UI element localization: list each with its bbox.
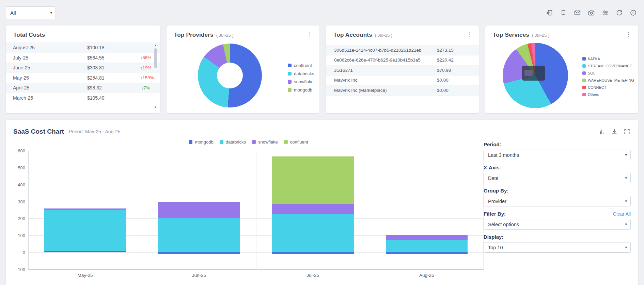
legend-swatch xyxy=(288,80,292,84)
plot-area[interactable]: -1000100200300400500600 xyxy=(28,151,484,269)
legend-item[interactable]: snowflake xyxy=(288,79,314,84)
x-axis-label: Jul-25 xyxy=(307,273,319,278)
display-select[interactable]: Top 10 ▾ xyxy=(484,242,631,253)
saas-chart-header: SaaS Cost Chart Period: May-25 - Aug-25 xyxy=(13,128,631,135)
export-icon[interactable] xyxy=(546,9,553,17)
legend-swatch xyxy=(252,140,256,144)
legend-label: databricks xyxy=(294,71,314,76)
bar-confluent[interactable] xyxy=(272,156,354,204)
bar-databricks[interactable] xyxy=(158,218,240,252)
help-icon[interactable]: ? xyxy=(629,9,637,17)
saas-chart-content: mongodbdatabrickssnowflakeconfluent -100… xyxy=(13,137,631,280)
legend-item[interactable]: STREAM_GOVERNANCE xyxy=(582,64,634,68)
bookmark-icon[interactable] xyxy=(560,9,567,17)
x-axis-label: Aug-25 xyxy=(419,273,434,278)
bar-snowflake[interactable] xyxy=(158,202,240,219)
y-tick-label: 500 xyxy=(10,165,25,170)
bar-databricks[interactable] xyxy=(272,214,354,252)
bar-snowflake[interactable] xyxy=(272,204,354,214)
gridline-vertical xyxy=(256,151,256,269)
table-row: June-25$303.81↑19% xyxy=(6,63,160,73)
bar-chart-icon[interactable] xyxy=(598,128,606,135)
bar-databricks[interactable] xyxy=(44,210,126,251)
total-costs-rows: August-25$100.18July-25$564.55↑86%June-2… xyxy=(6,43,160,103)
sliders-icon[interactable] xyxy=(601,9,609,17)
chevron-down-icon: ▾ xyxy=(625,176,627,180)
refresh-icon[interactable] xyxy=(615,9,623,17)
chevron-down-icon: ▾ xyxy=(625,199,627,203)
card-title: Top Accounts xyxy=(333,32,372,38)
row-value: $98.32 xyxy=(87,85,140,90)
table-row: 306d511e-1424-4c07-b7b5-d210261d21eb$273… xyxy=(326,45,479,55)
legend-label: confluent xyxy=(290,139,308,145)
legend-item[interactable]: KAFKA xyxy=(582,57,634,61)
bar-snowflake[interactable] xyxy=(44,208,126,211)
y-tick-label: 400 xyxy=(10,182,25,187)
period-select[interactable]: Last 3 months ▾ xyxy=(484,150,631,160)
services-pie-chart[interactable] xyxy=(503,43,568,108)
xaxis-label: X-Axis: xyxy=(484,165,501,170)
row-value: $564.55 xyxy=(87,55,140,61)
legend-label: CONNECT xyxy=(588,85,606,89)
scrollbar-track[interactable] xyxy=(154,48,157,105)
dashboard-page: All ▾ ? xyxy=(0,0,644,285)
y-tick-label: 600 xyxy=(10,148,25,153)
legend-item[interactable]: mongodb xyxy=(288,87,314,93)
legend-item[interactable]: mongodb xyxy=(189,139,213,145)
table-row: April-25$98.32↓7% xyxy=(6,83,160,93)
legend-item[interactable]: WAREHOUSE_METERING xyxy=(582,78,634,82)
row-account-name: 0e062c6e-626e-470f-b625-9e10b415b3a5 xyxy=(334,57,437,63)
bar-databricks[interactable] xyxy=(386,240,468,252)
filter-by-select[interactable]: Select options ▾ xyxy=(484,219,631,230)
legend-item[interactable]: confluent xyxy=(288,63,314,68)
legend-label: WAREHOUSE_METERING xyxy=(588,78,634,82)
providers-donut-chart[interactable] xyxy=(198,44,262,107)
row-change: ↑86% xyxy=(140,55,152,60)
kebab-menu-icon[interactable]: ⋮ xyxy=(305,32,315,37)
kebab-menu-icon[interactable]: ⋮ xyxy=(464,32,474,37)
saas-chart-legend: mongodbdatabrickssnowflakeconfluent xyxy=(13,139,484,145)
legend-swatch xyxy=(582,57,586,61)
bar-snowflake[interactable] xyxy=(386,235,468,240)
chevron-down-icon: ▾ xyxy=(625,245,627,250)
clear-all-link[interactable]: Clear All xyxy=(613,211,631,217)
legend-item[interactable]: databricks xyxy=(288,71,314,76)
legend-item[interactable]: CONNECT xyxy=(582,85,634,89)
scrollbar[interactable]: ▲ ▼ xyxy=(153,44,158,110)
scope-select[interactable]: All ▾ xyxy=(6,6,56,19)
legend-item[interactable]: databricks xyxy=(220,139,246,145)
y-tick-label: 200 xyxy=(10,216,25,221)
fullscreen-icon[interactable] xyxy=(623,128,631,135)
legend-swatch xyxy=(288,64,292,67)
table-row: August-25$100.18 xyxy=(6,43,160,53)
row-account-name: Mavvrik Inc (Marketplace) xyxy=(334,88,437,93)
bar-mongodb[interactable] xyxy=(158,252,240,254)
scroll-down-arrow-icon[interactable]: ▼ xyxy=(154,105,157,110)
legend-swatch xyxy=(220,140,223,144)
bar-mongodb[interactable] xyxy=(272,252,354,254)
period-label: Period: xyxy=(484,141,501,147)
row-month: July-25 xyxy=(13,55,87,61)
group-by-label: Group By: xyxy=(484,188,508,194)
legend-item[interactable]: Others xyxy=(582,93,634,97)
card-title: Top Services xyxy=(493,32,529,38)
xaxis-select[interactable]: Date ▾ xyxy=(484,173,631,183)
mail-icon[interactable] xyxy=(574,9,581,17)
bar-mongodb[interactable] xyxy=(44,251,126,252)
bar-mongodb[interactable] xyxy=(386,252,468,254)
legend-item[interactable]: SQL xyxy=(582,71,634,75)
scrollbar-thumb[interactable] xyxy=(154,48,157,68)
group-by-select[interactable]: Provider ▾ xyxy=(484,196,631,206)
kebab-menu-icon[interactable]: ⋮ xyxy=(624,32,633,37)
camera-icon[interactable] xyxy=(587,9,595,17)
legend-item[interactable]: snowflake xyxy=(252,139,278,145)
legend-swatch xyxy=(582,93,586,96)
scroll-up-arrow-icon[interactable]: ▲ xyxy=(154,44,157,48)
top-services-card: Top Services ( Jul-25 ) ⋮ KAFKASTREAM_GO… xyxy=(485,26,638,113)
table-row: July-25$564.55↑86% xyxy=(6,53,160,63)
download-icon[interactable] xyxy=(611,128,618,135)
saas-cost-chart-card: SaaS Cost Chart Period: May-25 - Aug-25 … xyxy=(6,120,638,285)
x-axis-label: May-25 xyxy=(78,273,93,278)
chart-period-subtitle: Period: May-25 - Aug-25 xyxy=(69,129,121,134)
legend-item[interactable]: confluent xyxy=(284,139,308,145)
